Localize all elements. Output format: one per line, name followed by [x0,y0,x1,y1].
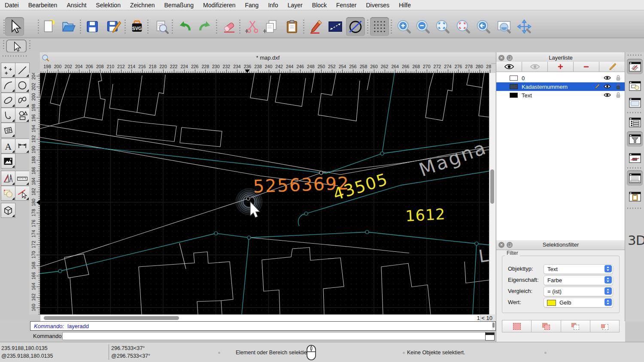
menu-fang[interactable]: Fang [240,2,263,9]
arc-tool-button[interactable] [1,78,15,93]
layer-lock-icon[interactable] [616,83,621,90]
menu-bearbeiten[interactable]: Bearbeiten [24,2,62,9]
drag-handle[interactable] [3,55,27,57]
layer-row-kadasternummern[interactable]: Kadasternummern [496,82,625,91]
undo-button[interactable] [176,17,194,36]
measure-line-button[interactable] [326,17,345,36]
select-arrow-button[interactable] [5,17,24,36]
drag-handle[interactable] [3,40,4,51]
dock-3d-label[interactable]: 3D [628,232,644,248]
dock-command-icon[interactable] [627,170,643,186]
zoom-in-button[interactable] [395,17,413,36]
dimension-tool-button[interactable] [15,139,30,154]
menu-modifizieren[interactable]: Modifizieren [198,2,240,9]
menu-hilfe[interactable]: Hilfe [394,2,416,9]
circle-slash-button[interactable] [346,17,365,36]
zoom-region-button[interactable] [454,17,473,36]
menu-fenster[interactable]: Fenster [331,2,361,9]
point-tool-button[interactable] [1,63,15,78]
dock-list-icon[interactable] [627,115,643,130]
ruler-tool-button[interactable] [15,171,30,186]
filter-dropdown-3[interactable]: Gelb [544,298,613,308]
grid-toggle-button[interactable] [370,17,389,36]
menu-block[interactable]: Block [307,2,331,9]
circle-tool-button[interactable] [15,78,30,93]
polyline-tool-button[interactable] [1,108,15,123]
text-tool-button[interactable]: A [1,139,15,154]
undock-icon[interactable]: ❏ [507,55,513,61]
command-history-scrollbar[interactable] [492,322,495,330]
filter-dropdown-2[interactable]: = (ist) [544,287,613,296]
box-3d-tool-button[interactable] [1,203,15,218]
eraser-button[interactable] [220,17,239,36]
dock-filter-icon[interactable] [627,131,643,147]
menu-bema-ung[interactable]: Bemaßung [160,2,198,9]
hatch-tool-button[interactable] [1,123,15,138]
menu-info[interactable]: Info [263,2,283,9]
layer-row-text[interactable]: Text [496,91,625,100]
save-as-button[interactable] [104,17,123,36]
spline-tool-button[interactable] [15,93,30,108]
select-element-tool-button[interactable] [15,186,30,201]
filter-dropdown-1[interactable]: Farbe [544,275,613,285]
dock-shapes-icon[interactable] [627,78,643,94]
menu-selektion[interactable]: Selektion [91,2,125,9]
eye-open-button[interactable] [496,62,522,72]
edit-layer-button[interactable] [599,62,625,72]
redo-button[interactable] [195,17,214,36]
copy-button[interactable] [261,17,280,36]
menu-ansicht[interactable]: Ansicht [62,2,91,9]
paste-button[interactable] [283,17,301,36]
eye-dim-button[interactable] [522,62,548,72]
dock-blank-icon[interactable] [627,95,643,110]
line-tool-button[interactable] [15,63,30,78]
drawing-canvas[interactable]: 52563692435051612Magna AL [40,73,489,314]
horizontal-scrollbar-thumb[interactable] [44,316,179,320]
layer-lock-icon[interactable] [616,75,621,81]
close-icon[interactable]: ✕ [498,55,504,61]
new-document-button[interactable] [39,17,58,36]
layer-lock-icon[interactable] [616,92,621,98]
save-file-button[interactable] [83,17,102,36]
layer-row-0[interactable]: 0 [496,74,625,82]
remove-layer-button[interactable]: − [574,62,599,72]
filter-dropdown-0[interactable]: Text [544,264,613,274]
image-tool-button[interactable] [1,154,15,169]
pan-view-button[interactable] [515,17,534,36]
construction-tool-button[interactable] [1,171,15,186]
dock-tool-icon[interactable] [627,150,643,166]
select-new-button[interactable] [502,320,532,332]
select-add-button[interactable] [532,320,561,332]
command-input[interactable] [62,332,486,340]
drag-handle[interactable] [29,40,30,51]
select-intersect-button[interactable] [590,320,619,332]
zoom-previous-button[interactable] [474,17,493,36]
select-remove-button[interactable] [561,320,590,332]
print-preview-button[interactable] [152,17,171,36]
add-layer-button[interactable]: + [548,62,574,72]
command-window-button[interactable] [485,332,495,341]
dock-draw-icon[interactable] [627,59,643,74]
menu-datei[interactable]: Datei [0,2,24,9]
zoom-out-button[interactable] [413,17,432,36]
zoom-window-button[interactable] [495,17,513,36]
ellipse-tool-button[interactable] [1,93,15,108]
polygon-tool-button[interactable] [15,108,30,123]
document-title-bar[interactable]: * map.dxf [40,52,496,64]
menu-diverses[interactable]: Diverses [361,2,394,9]
vertical-scrollbar[interactable] [489,73,495,314]
clip-tool-button[interactable] [1,186,15,201]
dock-clipboard-icon[interactable] [627,189,643,204]
layer-visible-eye-icon[interactable] [604,93,611,97]
drag-handle[interactable] [628,54,641,56]
layer-visible-eye-icon[interactable] [604,75,611,80]
open-file-button[interactable] [59,17,78,36]
zoom-fit-button[interactable] [433,17,452,36]
menu-layer[interactable]: Layer [283,2,307,9]
layer-visible-eye-icon[interactable] [604,84,611,89]
svg-export-button[interactable]: SVG [128,17,146,36]
cut-button[interactable] [243,17,262,36]
vertical-scrollbar-thumb[interactable] [490,169,494,204]
undock-icon[interactable]: ❏ [507,242,513,248]
draw-pencil-button[interactable] [306,17,325,36]
